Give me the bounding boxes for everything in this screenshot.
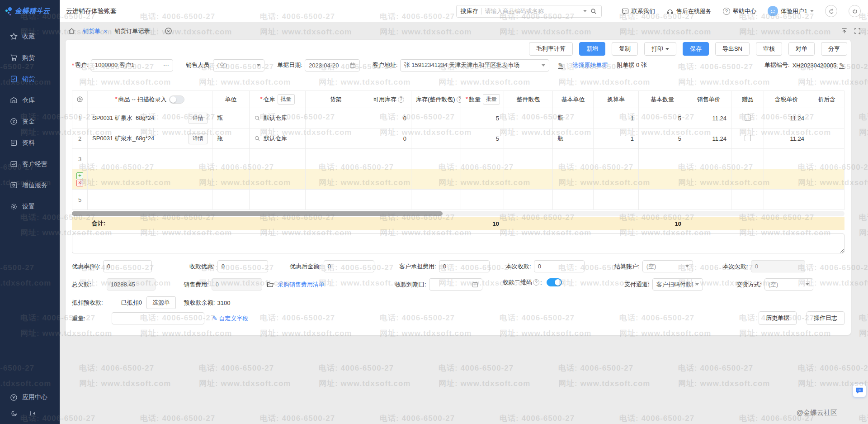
product-cell[interactable] [88, 149, 212, 169]
help-icon[interactable]: ? [533, 279, 539, 286]
save-button[interactable]: 保存 [683, 42, 709, 56]
attachment-count[interactable]: 附单据 0 张 [617, 61, 646, 69]
sidebar-item-app-center[interactable]: 应用中心 [0, 389, 60, 406]
gift-cell[interactable] [731, 149, 764, 169]
warehouse-cell[interactable] [250, 149, 306, 169]
settle-account-select[interactable]: (空) [642, 260, 693, 272]
qty-cell[interactable] [461, 169, 504, 190]
product-cell[interactable] [88, 190, 212, 210]
shelf-cell[interactable] [306, 129, 366, 149]
fullscreen-icon[interactable] [854, 28, 861, 34]
product-cell[interactable]: SP0031 矿泉水_68g*24详情 [88, 108, 212, 129]
sidebar-item-favorites[interactable]: 收藏 [0, 26, 60, 47]
delivery-method-select[interactable]: (空) [764, 278, 813, 291]
base_unit-cell[interactable] [553, 190, 594, 210]
gift-checkbox[interactable] [745, 135, 751, 141]
after-sales-link[interactable]: 售后在线服务 [666, 7, 712, 15]
available-cell[interactable] [366, 190, 411, 210]
tax_price-cell[interactable] [764, 149, 809, 169]
rate-cell[interactable] [594, 169, 639, 190]
detail-button[interactable]: 详情 [189, 133, 208, 144]
warehouse-cell[interactable]: 默认仓库 [250, 108, 306, 129]
copy-button[interactable]: 复制 [612, 42, 638, 56]
batch-button[interactable]: 批量 [278, 94, 295, 105]
sidebar-item-vas[interactable]: 增值服务 [0, 175, 60, 196]
power-icon[interactable] [849, 5, 861, 17]
delete-row-button[interactable]: × [76, 180, 83, 186]
home-tab-icon[interactable] [68, 27, 75, 35]
collapse-panel-icon[interactable] [841, 28, 848, 34]
gift-cell[interactable] [731, 190, 764, 210]
customer-input[interactable]: 1000000 客户1 ⋯ [91, 59, 173, 71]
rate-cell[interactable] [594, 190, 639, 210]
gift-cell[interactable] [731, 129, 764, 149]
qty-cell[interactable] [461, 149, 504, 169]
payment-discount-input[interactable]: 0 [217, 260, 268, 272]
search-icon[interactable] [254, 135, 260, 142]
folder-icon[interactable] [267, 281, 274, 288]
price-cell[interactable] [686, 190, 731, 210]
base_unit-cell[interactable] [553, 149, 594, 169]
product-cell[interactable] [88, 169, 212, 190]
unit-cell[interactable] [212, 169, 250, 190]
scrollbar-thumb[interactable] [72, 211, 443, 216]
product-cell[interactable]: SP0031 矿泉水_68g*24详情 [88, 129, 212, 149]
customer-fee-input[interactable]: 0 [439, 260, 490, 272]
price-cell[interactable] [686, 169, 731, 190]
pack-cell[interactable] [504, 108, 553, 129]
help-icon[interactable]: ? [398, 96, 404, 103]
price-cell[interactable]: 11.24 [686, 129, 731, 149]
rate-cell[interactable]: 1 [594, 108, 639, 129]
shelf-cell[interactable] [306, 149, 366, 169]
collapse-sidebar-icon[interactable] [29, 410, 36, 417]
reconcile-button[interactable]: 对单 [788, 42, 815, 56]
horizontal-scrollbar[interactable] [72, 211, 844, 216]
calendar-icon[interactable] [349, 62, 356, 68]
custom-field-link[interactable]: ✎ 自定义字段 [212, 314, 249, 323]
base_qty-cell[interactable] [639, 169, 686, 190]
search-input[interactable] [485, 8, 580, 14]
chat-float-button[interactable] [853, 384, 866, 397]
base_qty-cell[interactable] [639, 149, 686, 169]
scan-gun-toggle[interactable] [169, 95, 184, 104]
pack-cell[interactable] [504, 169, 553, 190]
sidebar-item-warehouse[interactable]: 仓库 [0, 90, 60, 111]
stock_pack-cell[interactable] [411, 190, 461, 210]
tab-sales-order-records[interactable]: 销货订单记录 [114, 27, 150, 35]
help-icon[interactable]: ? [457, 96, 461, 103]
rate-cell[interactable] [594, 149, 639, 169]
back-icon[interactable] [825, 5, 837, 17]
disc_price-cell[interactable] [809, 149, 844, 169]
help-center-link[interactable]: ? 帮助中心 [723, 7, 756, 15]
pack-cell[interactable] [504, 190, 553, 210]
base_qty-cell[interactable]: 5 [639, 129, 686, 149]
print-button[interactable]: 打印 [644, 42, 676, 56]
salesperson-select[interactable]: (空) [213, 59, 264, 71]
available-cell[interactable]: 0 [366, 129, 411, 149]
calendar-icon[interactable] [472, 281, 478, 288]
pay-channel-select[interactable]: 客户扫码付款账 [652, 278, 703, 291]
batch-button[interactable]: 批量 [483, 94, 500, 105]
column-settings-icon[interactable] [72, 91, 88, 108]
tax_price-cell[interactable] [764, 169, 809, 190]
tax_price-cell[interactable]: 11.24 [764, 129, 809, 149]
base_unit-cell[interactable] [553, 169, 594, 190]
stock_pack-cell[interactable] [411, 129, 461, 149]
disc_price-cell[interactable] [809, 108, 844, 129]
select-source-bill-link[interactable]: 选择原始单据 [572, 61, 608, 69]
available-cell[interactable] [366, 149, 411, 169]
brand-logo[interactable]: 金蝶精斗云 [0, 0, 60, 22]
unit-cell[interactable] [212, 190, 250, 210]
close-tab-icon[interactable]: × [104, 28, 107, 34]
qr-code-toggle[interactable] [547, 278, 562, 286]
stock_pack-cell[interactable] [411, 169, 461, 190]
pack-cell[interactable] [504, 129, 553, 149]
tax_price-cell[interactable] [764, 190, 809, 210]
base_qty-cell[interactable]: 5 [639, 108, 686, 129]
contact-us-link[interactable]: 联系我们 [622, 7, 655, 15]
sidebar-item-sales[interactable]: 销货 [0, 68, 60, 90]
warehouse-cell[interactable] [250, 190, 306, 210]
price-cell[interactable]: 11.24 [686, 108, 731, 129]
price-cell[interactable] [686, 149, 731, 169]
gift-cell[interactable] [731, 169, 764, 190]
